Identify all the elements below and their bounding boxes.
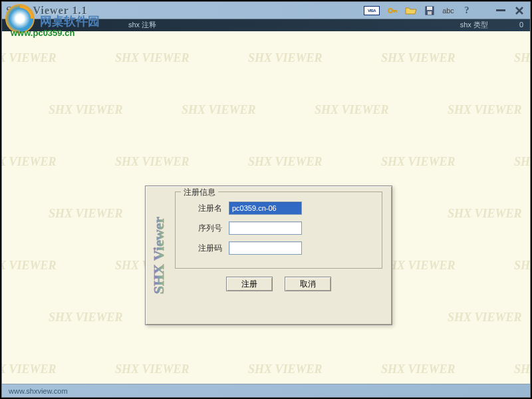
svg-rect-4 bbox=[496, 9, 505, 11]
registration-fieldset: 注册信息 注册名 序列号 注册码 bbox=[175, 192, 382, 269]
info-count: 0 bbox=[510, 21, 523, 29]
help-icon[interactable]: ? bbox=[461, 6, 473, 15]
key-icon[interactable] bbox=[386, 6, 398, 15]
minimize-button[interactable] bbox=[494, 5, 507, 16]
register-button[interactable]: 注册 bbox=[226, 277, 273, 291]
brand-overlay: 网桌软件园 www.pc0359.cn bbox=[5, 4, 35, 33]
code-label: 注册码 bbox=[182, 243, 229, 254]
save-icon[interactable] bbox=[424, 6, 436, 15]
svg-point-0 bbox=[388, 9, 392, 13]
close-button[interactable] bbox=[513, 5, 526, 16]
serial-input[interactable] bbox=[229, 221, 302, 235]
open-folder-icon[interactable] bbox=[405, 6, 417, 15]
main-window: SHX Viewer 1.1 VISA abc ? shx 注释 bbox=[2, 2, 530, 397]
visa-icon[interactable]: VISA bbox=[364, 6, 380, 15]
fieldset-title: 注册信息 bbox=[181, 187, 218, 198]
brand-text: 网桌软件园 bbox=[40, 13, 100, 29]
name-label: 注册名 bbox=[182, 203, 229, 214]
code-input[interactable] bbox=[229, 241, 302, 255]
statusbar: www.shxview.com bbox=[2, 384, 530, 397]
cancel-button[interactable]: 取消 bbox=[285, 277, 331, 291]
abc-icon[interactable]: abc bbox=[442, 6, 454, 15]
svg-rect-2 bbox=[427, 7, 432, 10]
serial-label: 序列号 bbox=[182, 223, 229, 234]
registration-dialog: SHX Viewer 注册信息 注册名 序列号 bbox=[145, 186, 392, 325]
info-type-label: shx 类型 bbox=[460, 21, 488, 29]
status-url: www.shxview.com bbox=[9, 387, 68, 395]
dialog-logo: SHX Viewer bbox=[146, 186, 172, 325]
name-input[interactable] bbox=[229, 201, 302, 215]
content-area: SHX VIEWERSHX VIEWERSHX VIEWERSHX VIEWER… bbox=[2, 31, 530, 384]
svg-rect-3 bbox=[428, 11, 432, 15]
info-annotation-label: shx 注释 bbox=[128, 20, 156, 30]
brand-url: www.pc0359.cn bbox=[11, 28, 74, 38]
